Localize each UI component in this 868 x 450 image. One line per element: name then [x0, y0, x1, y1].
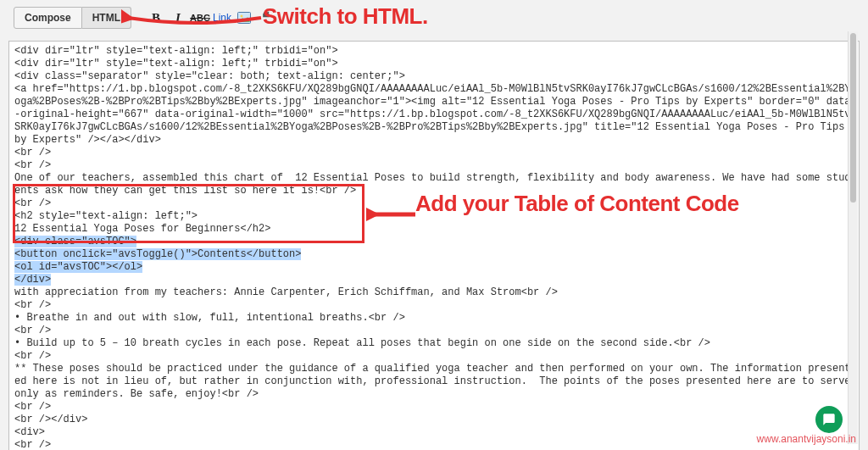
editor-toolbar: Compose HTML B I ABC Link ❝ [14, 5, 860, 31]
strikethrough-button[interactable]: ABC [191, 8, 209, 27]
chat-icon [822, 413, 836, 426]
html-tab[interactable]: HTML [82, 7, 131, 29]
html-editor-wrap: <div dir="ltr" style="text-align: left;"… [8, 31, 860, 445]
scrollbar-thumb[interactable] [850, 33, 856, 203]
italic-button[interactable]: I [169, 8, 187, 27]
compose-tab[interactable]: Compose [14, 7, 82, 29]
image-button[interactable] [235, 8, 253, 27]
html-editor[interactable]: <div dir="ltr" style="text-align: left;"… [8, 41, 860, 450]
scrollbar[interactable] [848, 31, 858, 444]
svg-point-1 [241, 15, 243, 18]
chat-floating-button[interactable] [815, 406, 843, 433]
mode-tabs: Compose HTML [14, 7, 131, 29]
link-button[interactable]: Link [213, 8, 231, 27]
quote-button[interactable]: ❝ [257, 8, 275, 27]
image-icon [237, 12, 251, 24]
bold-button[interactable]: B [147, 8, 165, 27]
